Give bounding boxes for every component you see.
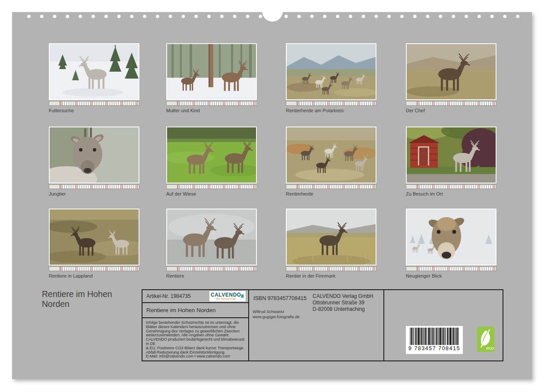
calvendo-logo: CALVENDO Dein Kalenderverlag: [209, 291, 246, 301]
photo-futtersuche: [50, 44, 139, 99]
photo-frame: [406, 209, 497, 266]
mini-calendar-month-label: [406, 101, 417, 105]
mini-calendar-strip: [406, 101, 497, 106]
calvendo-flag-icon: [241, 292, 244, 300]
mini-calendar-strip: [406, 184, 497, 189]
calvendo-logo-text: CALVENDO Dein Kalenderverlag: [211, 292, 241, 300]
mini-calendar-month-label: [167, 185, 177, 189]
mini-calendar-days: [417, 267, 496, 271]
mini-calendar-strip: [166, 184, 257, 189]
mini-calendar-month-label: [406, 267, 417, 271]
article-number: Artikel-Nr. 1984735: [146, 293, 191, 299]
photo-frame: [166, 43, 257, 100]
mini-calendar-strip: [286, 266, 376, 271]
mini-calendar-days: [60, 101, 139, 105]
mini-calendar-strip: [406, 266, 497, 271]
thumbnail-rentierherde-am-polarkreis: Rentierherde am Polarkreis: [286, 43, 376, 113]
photo-caption: Futtersuche: [49, 108, 139, 113]
mini-calendar-month-label: [49, 267, 60, 271]
hanger-hole: [262, 1, 283, 22]
mini-calendar-month-label: [286, 267, 297, 271]
thumbnail-futtersuche: Futtersuche: [49, 43, 139, 113]
barcode-bars: [409, 328, 460, 345]
mini-calendar-days: [297, 267, 376, 271]
mini-calendar-days: [417, 101, 496, 105]
thumbnail-der-chef: Der Chef: [406, 43, 497, 113]
photo-caption: Rentiere: [166, 273, 257, 278]
photo-frame: [286, 43, 376, 100]
photo-caption: Rentierherde: [286, 191, 376, 196]
photo-rentier-in-der-finnmark: [287, 209, 376, 265]
mini-calendar-strip: [49, 266, 139, 271]
photo-caption: Zu Besuch im Ort: [406, 191, 497, 196]
mini-calendar-strip: [166, 266, 257, 271]
mini-calendar-days: [60, 267, 139, 271]
mini-calendar-month-label: [49, 185, 60, 189]
mini-calendar-month-label: [406, 185, 417, 189]
photo-frame: [406, 126, 497, 183]
mini-calendar-days: [297, 101, 376, 105]
calendar-back-page: Futtersuche Mutter und Ki: [12, 12, 532, 379]
photo-rentierherde-am-polarkreis: [287, 44, 376, 99]
info-box-right-column: 9 783457 708415 eco: [384, 290, 503, 361]
photo-caption: Neugieriger Blick: [406, 273, 497, 278]
mini-calendar-days: [177, 267, 256, 271]
thumbnail-rentier-in-der-finnmark: Rentier in der Finnmark: [286, 209, 376, 278]
isbn: ISBN 9783457708415: [253, 295, 307, 301]
mini-calendar-days: [60, 185, 139, 189]
photo-caption: Rentiere in Lappland: [49, 273, 139, 278]
photo-caption: Rentierherde am Polarkreis: [286, 108, 376, 113]
calvendo-tagline: Dein Kalenderverlag: [211, 298, 241, 300]
photo-mutter-und-kind: [167, 44, 256, 99]
mini-calendar-month-label: [167, 267, 177, 271]
calvendo-brand: CALVENDO: [211, 292, 241, 297]
photo-frame: [49, 43, 139, 100]
photo-caption: Rentier in der Finnmark: [286, 273, 376, 278]
thumbnail-rentiere: Rentiere: [166, 209, 257, 278]
mini-calendar-strip: [49, 184, 139, 189]
thumbnail-auf-der-wiese: Auf der Wiese: [166, 126, 257, 196]
photo-auf-der-wiese: [167, 127, 256, 183]
photo-frame: [166, 209, 257, 266]
mini-calendar-strip: [166, 101, 257, 106]
page-title: Rentiere im Hohen Norden: [42, 289, 112, 309]
photo-frame: [49, 209, 139, 266]
mini-calendar-days: [297, 185, 376, 189]
eco-logo: eco: [477, 327, 494, 352]
thumbnail-neugieriger-blick: Neugieriger Blick: [406, 209, 497, 278]
info-box-middle-column: ISBN 9783457708415 CALVENDO Verlag GmbH …: [249, 290, 384, 361]
photo-caption: Jungtier: [49, 191, 139, 196]
barcode-digits: 9 783457 708415: [408, 346, 460, 351]
photo-frame: [286, 126, 376, 183]
thumbnail-zu-besuch-im-ort: Zu Besuch im Ort: [406, 126, 497, 196]
calendar-title-cell: Rentiere im Hohen Norden: [142, 303, 248, 318]
mini-calendar-month-label: [286, 185, 297, 189]
photo-frame: [286, 209, 376, 266]
photo-rentierherde: [287, 127, 376, 183]
info-box-left-column: Artikel-Nr. 1984735 CALVENDO Dein Kalend…: [142, 290, 249, 361]
photo-frame: [406, 43, 497, 100]
author-credit: Wiltrud Schwantz www.gugigei-fotografie.…: [253, 309, 300, 320]
photo-caption: Mutter und Kind: [166, 108, 257, 113]
mini-calendar-days: [177, 185, 256, 189]
info-box: Artikel-Nr. 1984735 CALVENDO Dein Kalend…: [142, 289, 503, 361]
mini-calendar-strip: [49, 101, 139, 106]
thumbnail-jungtier: Jungtier: [49, 126, 139, 196]
mini-calendar-days: [177, 101, 256, 105]
mini-calendar-days: [417, 185, 496, 189]
mini-calendar-month-label: [286, 101, 297, 105]
thumbnail-rentierherde: Rentierherde: [286, 126, 376, 196]
thumbnail-mutter-und-kind: Mutter und Kind: [166, 43, 257, 113]
photo-neugieriger-blick: [407, 209, 496, 265]
photo-frame: [166, 126, 257, 183]
photo-rentiere-in-lappland: [50, 209, 139, 265]
legal-text: Infolge bestehender Schutzrechte ist es …: [142, 318, 248, 361]
photo-caption: Auf der Wiese: [166, 191, 257, 196]
mini-calendar-month-label: [49, 101, 60, 105]
photo-caption: Der Chef: [406, 108, 497, 113]
mini-calendar-strip: [286, 101, 376, 106]
thumbnail-rentiere-in-lappland: Rentiere in Lappland: [49, 209, 139, 278]
barcode: 9 783457 708415: [406, 326, 463, 354]
mini-calendar-month-label: [167, 101, 177, 105]
eco-label: eco: [486, 345, 494, 351]
